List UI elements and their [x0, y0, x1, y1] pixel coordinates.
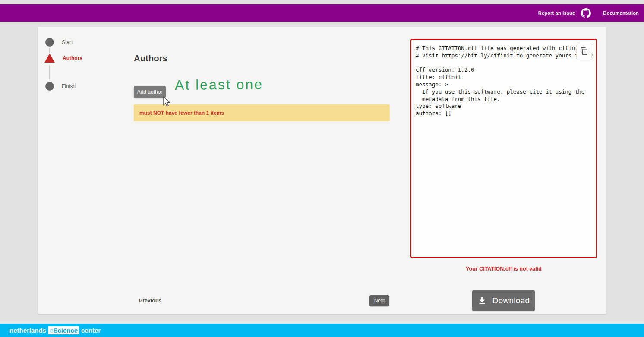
brand-prefix: netherlands — [9, 327, 46, 334]
report-issue-link[interactable]: Report an issue — [538, 10, 575, 16]
copy-button[interactable] — [576, 44, 592, 60]
validation-alert: must NOT have fewer than 1 items — [134, 104, 390, 121]
warning-triangle-icon — [44, 54, 55, 63]
escience-center-logo: netherlandseSciencecenter — [9, 326, 101, 334]
step-label: Finish — [62, 83, 76, 89]
step-label: Authors — [63, 55, 82, 61]
main-card: Start Authors Finish Authors Add author … — [38, 27, 606, 314]
next-button[interactable]: Next — [369, 295, 389, 306]
citation-code: # This CITATION.cff file was generated w… — [411, 40, 596, 123]
stepper-connector — [49, 65, 50, 81]
download-button[interactable]: Download — [472, 290, 535, 311]
annotation-at-least-one: At least one — [175, 76, 263, 93]
brand-suffix: center — [81, 327, 101, 334]
step-start[interactable]: Start — [45, 38, 73, 47]
brand-highlight-science: Science — [53, 327, 78, 334]
brand-highlight: eScience — [48, 326, 79, 334]
copy-icon — [580, 47, 588, 57]
step-finish[interactable]: Finish — [45, 82, 76, 91]
invalid-cff-message: Your CITATION.cff is not valid — [410, 266, 597, 272]
github-icon[interactable] — [581, 8, 591, 18]
previous-button[interactable]: Previous — [139, 298, 161, 304]
stepper-connector — [49, 48, 50, 53]
step-label: Start — [62, 39, 73, 45]
validation-alert-text: must NOT have fewer than 1 items — [139, 110, 224, 116]
page-title: Authors — [134, 54, 167, 63]
step-authors[interactable]: Authors — [44, 54, 82, 63]
app-header: Report an issue Documentation — [0, 4, 644, 22]
step-circle-icon — [45, 82, 54, 91]
citation-preview-panel: # This CITATION.cff file was generated w… — [410, 39, 597, 258]
documentation-link[interactable]: Documentation — [603, 10, 639, 16]
wizard-stepper: Start Authors Finish — [38, 27, 133, 314]
step-circle-icon — [45, 38, 54, 47]
download-icon — [477, 296, 487, 306]
footer: netherlandseSciencecenter — [0, 324, 644, 337]
download-button-label: Download — [492, 296, 530, 306]
